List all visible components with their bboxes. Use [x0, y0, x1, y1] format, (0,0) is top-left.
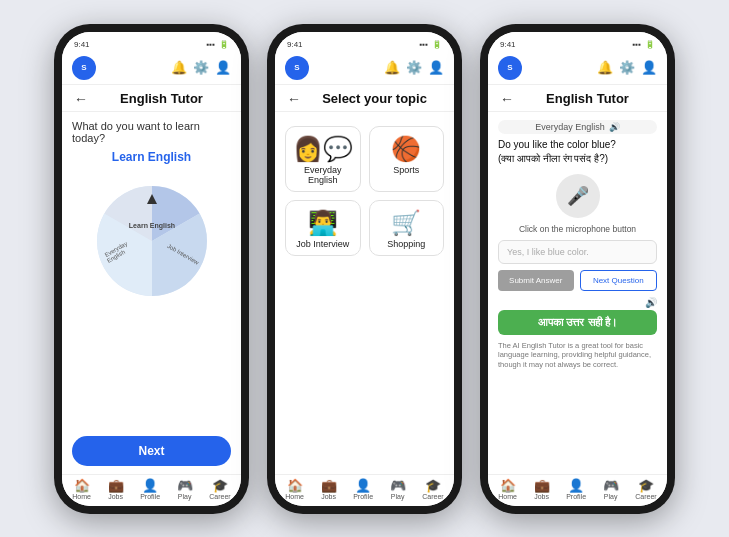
jobs-icon-3: 💼: [534, 479, 550, 492]
question-text: Do you like the color blue? (क्या आपको न…: [498, 138, 657, 166]
phone-2: 9:41 ▪▪▪ 🔋 S 🔔 ⚙️ 👤 ← Select your topic: [267, 24, 462, 514]
answer-input[interactable]: Yes, I like blue color.: [498, 240, 657, 264]
nav-career-2[interactable]: 🎓 Career: [422, 479, 443, 500]
back-button-3[interactable]: ←: [500, 91, 514, 107]
phone1-subtitle: What do you want to learn today?: [72, 120, 231, 144]
job-interview-icon: 👨‍💻: [308, 211, 338, 235]
phone-3: 9:41 ▪▪▪ 🔋 S 🔔 ⚙️ 👤 ← English Tutor: [480, 24, 675, 514]
play-icon-2: 🎮: [390, 479, 406, 492]
phone-1: 9:41 ▪▪▪ 🔋 S 🔔 ⚙️ 👤 ← English Tutor: [54, 24, 249, 514]
status-bar-2: 9:41 ▪▪▪ 🔋: [275, 32, 454, 54]
gear-icon-1[interactable]: ⚙️: [193, 60, 209, 75]
action-buttons: Submit Answer Next Question: [498, 270, 657, 291]
user-icon-2[interactable]: 👤: [428, 60, 444, 75]
nav-play-1[interactable]: 🎮 Play: [177, 479, 193, 500]
app-top-bar-2: S 🔔 ⚙️ 👤: [275, 54, 454, 85]
nav-profile-label-1: Profile: [140, 493, 160, 500]
everyday-english-label: Everyday English: [292, 165, 354, 185]
back-button-2[interactable]: ←: [287, 91, 301, 107]
battery-icon: 🔋: [219, 40, 229, 49]
user-icon-3[interactable]: 👤: [641, 60, 657, 75]
nav-career-1[interactable]: 🎓 Career: [209, 479, 230, 500]
nav-career-label-1: Career: [209, 493, 230, 500]
app-top-bar-1: S 🔔 ⚙️ 👤: [62, 54, 241, 85]
nav-home-2[interactable]: 🏠 Home: [285, 479, 304, 500]
nav-play-label-1: Play: [178, 493, 192, 500]
app-logo-2: S: [285, 56, 309, 80]
nav-profile-1[interactable]: 👤 Profile: [140, 479, 160, 500]
status-time-1: 9:41: [74, 40, 90, 49]
screen-body-3: Everyday English 🔊 Do you like the color…: [488, 112, 667, 474]
mic-hint: Click on the microphone button: [498, 224, 657, 234]
bell-icon-2[interactable]: 🔔: [384, 60, 400, 75]
bell-icon-1[interactable]: 🔔: [171, 60, 187, 75]
nav-profile-label-2: Profile: [353, 493, 373, 500]
nav-jobs-1[interactable]: 💼 Jobs: [108, 479, 124, 500]
topic-sports[interactable]: 🏀 Sports: [369, 126, 445, 192]
gear-icon-3[interactable]: ⚙️: [619, 60, 635, 75]
nav-home-1[interactable]: 🏠 Home: [72, 479, 91, 500]
top-bar-icons-2: 🔔 ⚙️ 👤: [384, 60, 444, 75]
nav-career-label-2: Career: [422, 493, 443, 500]
topic-shopping[interactable]: 🛒 Shopping: [369, 200, 445, 256]
back-button-1[interactable]: ←: [74, 91, 88, 107]
screen-title-3: English Tutor: [520, 91, 655, 106]
status-icons-3: ▪▪▪ 🔋: [632, 40, 655, 49]
learn-english-link[interactable]: Learn English: [72, 150, 231, 164]
gear-icon-2[interactable]: ⚙️: [406, 60, 422, 75]
app-logo-1: S: [72, 56, 96, 80]
next-question-button[interactable]: Next Question: [580, 270, 658, 291]
shopping-label: Shopping: [387, 239, 425, 249]
phone-2-screen: 9:41 ▪▪▪ 🔋 S 🔔 ⚙️ 👤 ← Select your topic: [275, 32, 454, 506]
pie-chart-container: Learn English Job Interview Everyday Eng…: [72, 176, 231, 306]
top-bar-icons-1: 🔔 ⚙️ 👤: [171, 60, 231, 75]
nav-home-3[interactable]: 🏠 Home: [498, 479, 517, 500]
topic-badge: Everyday English 🔊: [498, 120, 657, 134]
topic-everyday-english[interactable]: 👩‍💬 Everyday English: [285, 126, 361, 192]
submit-answer-button[interactable]: Submit Answer: [498, 270, 574, 291]
sports-icon: 🏀: [391, 137, 421, 161]
status-time-3: 9:41: [500, 40, 516, 49]
nav-home-label-2: Home: [285, 493, 304, 500]
topic-grid: 👩‍💬 Everyday English 🏀 Sports 👨‍💻 Job In…: [285, 120, 444, 262]
topic-job-interview[interactable]: 👨‍💻 Job Interview: [285, 200, 361, 256]
career-icon-2: 🎓: [425, 479, 441, 492]
bell-icon-3[interactable]: 🔔: [597, 60, 613, 75]
svg-text:Learn English: Learn English: [128, 222, 174, 230]
nav-play-label-2: Play: [391, 493, 405, 500]
nav-jobs-label-2: Jobs: [321, 493, 336, 500]
job-interview-label: Job Interview: [296, 239, 349, 249]
everyday-english-icon: 👩‍💬: [293, 137, 353, 161]
speaker-badge-icon[interactable]: 🔊: [609, 122, 620, 132]
play-icon-3: 🎮: [603, 479, 619, 492]
nav-home-label-3: Home: [498, 493, 517, 500]
home-icon-2: 🏠: [287, 479, 303, 492]
nav-profile-3[interactable]: 👤 Profile: [566, 479, 586, 500]
phone-3-screen: 9:41 ▪▪▪ 🔋 S 🔔 ⚙️ 👤 ← English Tutor: [488, 32, 667, 506]
nav-profile-2[interactable]: 👤 Profile: [353, 479, 373, 500]
nav-career-3[interactable]: 🎓 Career: [635, 479, 656, 500]
screen-title-2: Select your topic: [307, 91, 442, 106]
battery-icon-3: 🔋: [645, 40, 655, 49]
speaker-small-icon[interactable]: 🔊: [498, 297, 657, 308]
signal-icon: ▪▪▪: [206, 40, 215, 49]
bottom-nav-3: 🏠 Home 💼 Jobs 👤 Profile 🎮 Play 🎓: [488, 474, 667, 506]
home-icon-3: 🏠: [500, 479, 516, 492]
screen-title-1: English Tutor: [94, 91, 229, 106]
nav-play-2[interactable]: 🎮 Play: [390, 479, 406, 500]
top-bar-icons-3: 🔔 ⚙️ 👤: [597, 60, 657, 75]
user-icon-1[interactable]: 👤: [215, 60, 231, 75]
phone-1-screen: 9:41 ▪▪▪ 🔋 S 🔔 ⚙️ 👤 ← English Tutor: [62, 32, 241, 506]
disclaimer-text: The AI English Tutor is a great tool for…: [498, 341, 657, 370]
bottom-nav-1: 🏠 Home 💼 Jobs 👤 Profile 🎮 Play 🎓: [62, 474, 241, 506]
next-button-1[interactable]: Next: [72, 436, 231, 466]
nav-play-3[interactable]: 🎮 Play: [603, 479, 619, 500]
nav-jobs-2[interactable]: 💼 Jobs: [321, 479, 337, 500]
shopping-icon: 🛒: [391, 211, 421, 235]
nav-jobs-3[interactable]: 💼 Jobs: [534, 479, 550, 500]
mic-button[interactable]: 🎤: [556, 174, 600, 218]
phones-container: 9:41 ▪▪▪ 🔋 S 🔔 ⚙️ 👤 ← English Tutor: [34, 4, 695, 534]
question-hi: (क्या आपको नीला रंग पसंद है?): [498, 153, 608, 164]
jobs-icon-1: 💼: [108, 479, 124, 492]
profile-icon-2: 👤: [355, 479, 371, 492]
